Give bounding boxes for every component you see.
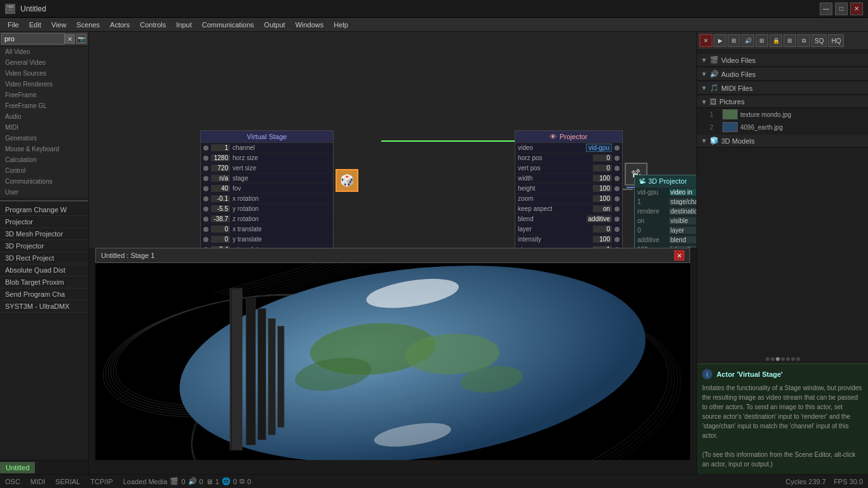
center-area: Virtual Stage 1channel1280horz size720ve… xyxy=(89,32,696,474)
actor-item[interactable]: Program Change W xyxy=(0,204,88,216)
rt-hq-btn[interactable]: HQ xyxy=(828,34,844,47)
tree-item[interactable]: 24096_earth.jpg xyxy=(697,121,868,133)
proj-port-right xyxy=(614,176,620,181)
tree-section-label: Audio Files xyxy=(721,71,756,78)
tree-section-header[interactable]: ▼🧊3D Models xyxy=(697,135,868,147)
actor-category[interactable]: User xyxy=(0,187,88,198)
vs-port-left xyxy=(203,237,208,242)
tree-section-label: Pictures xyxy=(719,98,745,105)
actor-item[interactable]: 3D Mesh Projector xyxy=(0,228,88,240)
menu-item-scenes[interactable]: Scenes xyxy=(71,20,105,30)
actor-category[interactable]: Communications xyxy=(0,176,88,187)
proj-row: horz pos0 xyxy=(515,153,622,163)
vs-row: 1280horz size xyxy=(201,153,333,163)
menu-item-communications[interactable]: Communications xyxy=(197,20,259,30)
search-bar: ✕ 📷 xyxy=(0,32,88,46)
vs-row: -38.7z rotation xyxy=(201,214,333,224)
tree-section-header[interactable]: ▼🖼Pictures xyxy=(697,96,868,108)
actor-item[interactable]: 3D Projector xyxy=(0,240,88,252)
rt-layout-btn[interactable]: ⊞ xyxy=(783,34,796,47)
search-clear-button[interactable]: ✕ xyxy=(65,34,75,44)
actor-category[interactable]: Video Sources xyxy=(0,68,88,79)
vs-node-header: Virtual Stage xyxy=(201,131,333,143)
rt-sq-btn[interactable]: SQ xyxy=(811,34,827,47)
tree-section-icon: 🎵 xyxy=(710,84,719,92)
stage-title-bar: Untitled : Stage 1 ✕ xyxy=(95,248,690,263)
projector-node: 👁Projector videovid-gpuhorz pos0vert pos… xyxy=(515,130,623,248)
menu-item-help[interactable]: Help xyxy=(329,20,353,30)
actor-list-separator xyxy=(0,200,88,201)
stage-canvas xyxy=(95,263,690,460)
search-input[interactable] xyxy=(1,33,65,44)
rt-close-btn[interactable]: ✕ xyxy=(700,34,712,47)
minimize-button[interactable]: — xyxy=(820,3,832,15)
tree-section: ▼🔊Audio Files xyxy=(697,68,868,81)
actor-category[interactable]: Generators xyxy=(0,133,88,144)
dot-4 xyxy=(781,357,785,361)
actor-item[interactable]: Projector xyxy=(0,216,88,228)
menu-item-actors[interactable]: Actors xyxy=(105,20,135,30)
actor-item[interactable]: Blob Target Proxim xyxy=(0,276,88,288)
vs-port-left xyxy=(203,156,208,161)
scene-tab[interactable]: Untitled xyxy=(0,462,35,473)
tree-section-icon: 🖼 xyxy=(710,98,717,105)
vs-row: -5.5y rotation xyxy=(201,204,333,214)
tree-item-num: 1 xyxy=(710,111,720,118)
proj-port-right xyxy=(614,217,620,222)
tree-section-label: Video Files xyxy=(721,57,756,64)
proj-port-right xyxy=(614,166,620,171)
rt-lock-btn[interactable]: 🔒 xyxy=(770,34,782,47)
actor-category[interactable]: All Video xyxy=(0,46,88,57)
rt-play-btn[interactable]: ▶ xyxy=(714,34,726,47)
proj3d-icon: 📽 xyxy=(639,177,646,185)
actor-category[interactable]: Video Renderers xyxy=(0,79,88,90)
proj-rows: videovid-gpuhorz pos0vert pos0width100he… xyxy=(515,143,622,248)
actor-category[interactable]: Audio xyxy=(0,111,88,122)
close-button[interactable]: ✕ xyxy=(850,3,863,15)
info-icon: i xyxy=(702,369,712,379)
actor-category[interactable]: FreeFrame GL xyxy=(0,100,88,111)
rt-audio-btn[interactable]: 🔊 xyxy=(742,34,754,47)
menu-item-input[interactable]: Input xyxy=(171,20,196,30)
proj-row: zoom100 xyxy=(515,194,622,204)
vs-port-left xyxy=(203,196,208,201)
actor-category[interactable]: FreeFrame xyxy=(0,90,88,100)
proj-row: keep aspecton xyxy=(515,204,622,214)
actor-item[interactable]: 3D Rect Project xyxy=(0,252,88,264)
tree-section: ▼🖼Pictures1texture mondo.jpg24096_earth.… xyxy=(697,96,868,133)
menu-item-windows[interactable]: Windows xyxy=(290,20,329,30)
camera-icon[interactable]: 📷 xyxy=(76,34,86,44)
serial-indicator: SERIAL xyxy=(55,478,80,485)
menu-item-controls[interactable]: Controls xyxy=(135,20,171,30)
tree-item[interactable]: 1texture mondo.jpg xyxy=(697,108,868,121)
tree-arrow: ▼ xyxy=(701,71,707,78)
rt-copy-btn[interactable]: ⧉ xyxy=(797,34,810,47)
menu-item-output[interactable]: Output xyxy=(259,20,290,30)
tree-section-label: 3D Models xyxy=(721,137,755,145)
actor-category[interactable]: MIDI xyxy=(0,122,88,133)
actor-item[interactable]: Send Program Cha xyxy=(0,288,88,301)
tree-section-header[interactable]: ▼🔊Audio Files xyxy=(697,68,868,81)
tree-item-num: 2 xyxy=(710,124,720,131)
loaded-media: Loaded Media 🎬 0 🔊 0 🖥 1 🌐 0 ⧉ 0 xyxy=(123,477,251,485)
vs-cube-icon: 🎲 xyxy=(336,169,358,192)
tree-section-header[interactable]: ▼🎬Video Files xyxy=(697,54,868,67)
actor-category[interactable]: Calculation xyxy=(0,154,88,165)
info-panel: i Actor 'Virtual Stage' Imitates the fun… xyxy=(697,363,868,474)
actor-category[interactable]: Control xyxy=(0,165,88,176)
rt-grid-btn[interactable]: ⊞ xyxy=(728,34,740,47)
actor-item[interactable]: Absolute Quad Dist xyxy=(0,264,88,276)
actor-item[interactable]: SYST3M - UltraDMX xyxy=(0,301,88,313)
dot-3 xyxy=(776,357,780,361)
vs-port-left xyxy=(203,227,208,232)
actor-category[interactable]: Mouse & Keyboard xyxy=(0,144,88,154)
rt-add-btn[interactable]: ⊞ xyxy=(756,34,768,47)
menu-item-edit[interactable]: Edit xyxy=(24,20,46,30)
tree-section-header[interactable]: ▼🎵MIDI Files xyxy=(697,82,868,95)
maximize-button[interactable]: □ xyxy=(835,3,848,15)
stage-close-button[interactable]: ✕ xyxy=(674,250,684,261)
menu-item-file[interactable]: File xyxy=(3,20,24,30)
tree-arrow: ▼ xyxy=(701,98,707,105)
actor-category[interactable]: General Video xyxy=(0,57,88,68)
menu-item-view[interactable]: View xyxy=(46,20,72,30)
